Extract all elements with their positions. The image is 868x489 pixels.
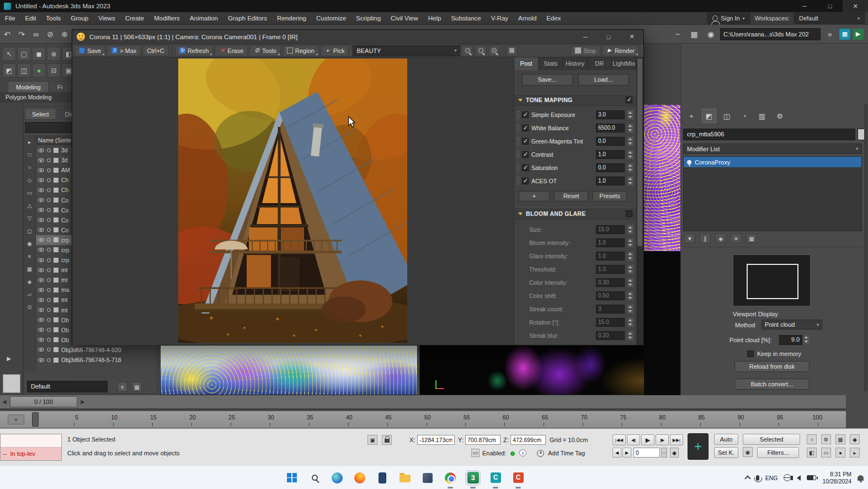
percent-snap-icon[interactable]: ▦ — [835, 434, 845, 444]
frozen-toggle-icon[interactable] — [47, 288, 51, 292]
display-tab-icon[interactable]: ▥ — [755, 109, 769, 123]
visibility-eye-icon[interactable] — [38, 148, 44, 152]
denoise-toggle-icon[interactable] — [506, 45, 518, 56]
frozen-toggle-icon[interactable] — [47, 168, 51, 172]
bloom-glare-enable-checkbox[interactable] — [626, 210, 632, 217]
command-panel-scrollbar[interactable] — [864, 104, 867, 391]
time-slider-handle[interactable]: 0 / 100 — [10, 396, 77, 407]
frozen-toggle-icon[interactable] — [47, 248, 51, 252]
filter-spacewarp-icon[interactable]: ▽ — [28, 216, 32, 221]
paint-selection-icon[interactable]: ◼ — [32, 47, 46, 61]
frozen-toggle-icon[interactable] — [47, 258, 51, 262]
tab-modeling[interactable]: Modeling — [8, 81, 49, 92]
menu-item[interactable]: File — [0, 12, 20, 25]
render-frame-icon[interactable]: ▶ — [853, 29, 864, 40]
time-slider[interactable]: ◀ 0 / 100 ▶ — [0, 395, 846, 410]
parameter-checkbox[interactable] — [522, 125, 529, 131]
presets-button[interactable]: Presets — [593, 191, 627, 201]
explorer-object-row[interactable]: Obj3d66-796748-5-718 — [36, 355, 156, 365]
visibility-eye-icon[interactable] — [38, 218, 44, 222]
visibility-eye-icon[interactable] — [38, 338, 44, 342]
minimize-button[interactable]: ─ — [574, 30, 597, 44]
menu-item[interactable]: Animation — [185, 12, 223, 25]
grow-selection-icon[interactable]: ⊕ — [47, 47, 61, 61]
frozen-toggle-icon[interactable] — [47, 178, 51, 182]
drag-handle-icon[interactable] — [517, 111, 519, 119]
parameter-spinner[interactable] — [627, 163, 633, 172]
drag-handle-icon[interactable] — [517, 177, 519, 185]
pin-stack-icon[interactable]: ▼ — [684, 233, 695, 243]
schematic-view-icon[interactable]: ▦ — [687, 27, 701, 41]
isolate-selection-icon[interactable]: ▣ — [368, 435, 377, 445]
frozen-toggle-icon[interactable] — [47, 358, 51, 362]
parameter-value-input[interactable]: 0.20 — [596, 331, 625, 340]
parameter-value-input[interactable]: 1.0 — [596, 252, 625, 261]
point-cloud-value-input[interactable]: 9.0 — [779, 335, 802, 345]
redo-icon[interactable]: ↷ — [14, 27, 29, 41]
play-button[interactable]: ▶ — [641, 434, 654, 445]
frozen-toggle-icon[interactable] — [47, 338, 51, 342]
visibility-eye-icon[interactable] — [38, 328, 44, 332]
key-forward-arrow[interactable]: ▶ — [622, 448, 631, 458]
visibility-eye-icon[interactable] — [38, 278, 44, 282]
object-name-field[interactable]: crp_mtta5906 — [683, 129, 855, 140]
hierarchy-tab-icon[interactable]: ◫ — [720, 109, 734, 123]
menu-item[interactable]: Substance — [446, 12, 486, 25]
previous-frame-button[interactable]: ◀| — [627, 434, 640, 445]
zoom-in-icon[interactable]: + — [488, 45, 500, 56]
edge-mode-icon[interactable]: ◫ — [17, 63, 31, 77]
speaker-icon[interactable] — [797, 475, 801, 481]
add-operator-button[interactable]: + — [519, 191, 550, 201]
visibility-eye-icon[interactable] — [38, 168, 44, 172]
scrollbar-thumb[interactable] — [637, 59, 642, 246]
frame-spinner[interactable] — [661, 448, 667, 458]
filter-xref-icon[interactable]: ◉ — [27, 241, 32, 247]
parameter-value-input[interactable]: 0.50 — [596, 291, 625, 300]
modify-tab-icon[interactable]: ◩ — [702, 109, 716, 123]
workspaces-dropdown[interactable]: Default ▾ — [794, 13, 865, 24]
drag-handle-icon[interactable] — [517, 137, 519, 145]
spinner-snap-icon[interactable]: ◆ — [850, 434, 860, 444]
filter-selection-icon[interactable]: ⊙ — [27, 305, 31, 310]
parameter-value-input[interactable]: 1.0 — [596, 177, 625, 185]
frozen-toggle-icon[interactable] — [47, 228, 51, 232]
frozen-toggle-icon[interactable] — [47, 268, 51, 272]
key-back-arrow[interactable]: ◀ — [613, 448, 621, 458]
parameter-spinner[interactable] — [627, 278, 633, 287]
snap-toggle-icon[interactable]: ○ — [807, 434, 817, 444]
utilities-tab-icon[interactable]: ⚙ — [773, 109, 787, 123]
close-button[interactable]: ✕ — [843, 0, 868, 12]
keyframe-icon[interactable]: ● — [835, 448, 845, 458]
filter-layer-icon[interactable]: ▱ — [28, 292, 32, 297]
create-tab-icon[interactable]: + — [684, 109, 699, 123]
filter-geometry-icon[interactable]: □ — [28, 152, 31, 158]
parameter-spinner[interactable] — [627, 252, 633, 261]
filters-button[interactable]: Filters... — [757, 447, 799, 458]
selected-dropdown[interactable]: Selected — [743, 434, 800, 445]
parameter-value-input[interactable]: 0.30 — [596, 278, 625, 287]
corona-panel-tab[interactable]: Stats — [539, 57, 563, 70]
corona-titlebar[interactable]: Corona 11 | 506×633px (1:1) | Camera: Co… — [72, 30, 643, 44]
show-end-result-icon[interactable]: ∥ — [700, 233, 711, 243]
parameter-spinner[interactable] — [627, 305, 633, 313]
remove-modifier-icon[interactable]: ✕ — [731, 233, 742, 243]
frozen-toggle-icon[interactable] — [47, 308, 51, 312]
visibility-eye-icon[interactable] — [38, 228, 44, 232]
zoom-out-icon[interactable]: − — [462, 45, 473, 56]
visibility-eye-icon[interactable] — [38, 298, 44, 302]
point-cloud-spinner[interactable] — [803, 335, 810, 344]
render-setup-icon[interactable]: ▦ — [839, 29, 850, 40]
drag-handle-icon[interactable] — [517, 124, 519, 132]
tray-overflow-chevron-icon[interactable] — [744, 475, 750, 481]
viewport-fragment-side[interactable] — [644, 44, 680, 395]
visibility-eye-icon[interactable] — [38, 308, 44, 312]
parameter-value-input[interactable]: 3 — [596, 305, 625, 313]
frozen-toggle-icon[interactable] — [47, 158, 51, 162]
material-editor-icon[interactable]: ◉ — [704, 27, 718, 41]
visibility-eye-icon[interactable] — [38, 268, 44, 272]
menu-item[interactable]: Help — [423, 12, 446, 25]
parameter-spinner[interactable] — [627, 238, 633, 247]
copy-to-clipboard-button[interactable]: Ctrl+C — [142, 45, 168, 56]
frozen-toggle-icon[interactable] — [47, 298, 51, 302]
unlink-icon[interactable]: ⊘ — [43, 27, 57, 41]
